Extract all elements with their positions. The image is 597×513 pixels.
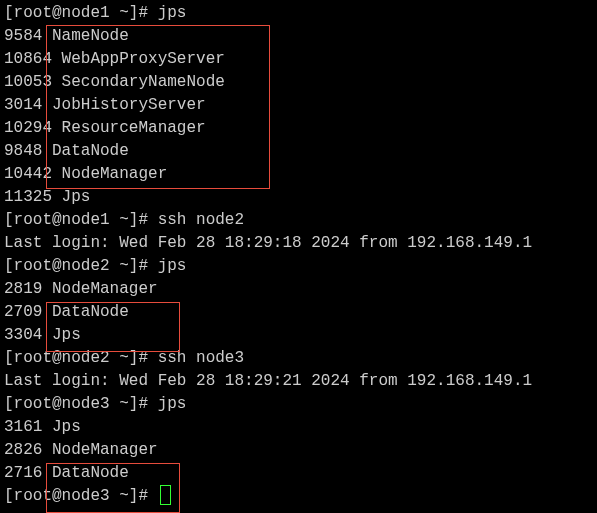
prompt-line-active[interactable]: [root@node3 ~]# bbox=[4, 485, 593, 508]
prompt-line: [root@node1 ~]# jps bbox=[4, 2, 593, 25]
jps-output-line: 3304 Jps bbox=[4, 324, 593, 347]
prompt-line: [root@node3 ~]# jps bbox=[4, 393, 593, 416]
jps-output-line: 9584 NameNode bbox=[4, 25, 593, 48]
jps-output-line: 10053 SecondaryNameNode bbox=[4, 71, 593, 94]
login-message: Last login: Wed Feb 28 18:29:18 2024 fro… bbox=[4, 232, 593, 255]
prompt-line: [root@node1 ~]# ssh node2 bbox=[4, 209, 593, 232]
jps-output-line: 2716 DataNode bbox=[4, 462, 593, 485]
jps-output-line: 11325 Jps bbox=[4, 186, 593, 209]
jps-output-line: 10442 NodeManager bbox=[4, 163, 593, 186]
cursor-icon bbox=[160, 485, 171, 505]
jps-output-line: 2819 NodeManager bbox=[4, 278, 593, 301]
jps-output-line: 10864 WebAppProxyServer bbox=[4, 48, 593, 71]
prompt-line: [root@node2 ~]# ssh node3 bbox=[4, 347, 593, 370]
jps-output-line: 2826 NodeManager bbox=[4, 439, 593, 462]
terminal-output[interactable]: [root@node1 ~]# jps 9584 NameNode 10864 … bbox=[0, 0, 597, 510]
login-message: Last login: Wed Feb 28 18:29:21 2024 fro… bbox=[4, 370, 593, 393]
prompt-text: [root@node3 ~]# bbox=[4, 487, 158, 505]
jps-output-line: 3161 Jps bbox=[4, 416, 593, 439]
jps-output-line: 9848 DataNode bbox=[4, 140, 593, 163]
jps-output-line: 10294 ResourceManager bbox=[4, 117, 593, 140]
jps-output-line: 3014 JobHistoryServer bbox=[4, 94, 593, 117]
jps-output-line: 2709 DataNode bbox=[4, 301, 593, 324]
prompt-line: [root@node2 ~]# jps bbox=[4, 255, 593, 278]
